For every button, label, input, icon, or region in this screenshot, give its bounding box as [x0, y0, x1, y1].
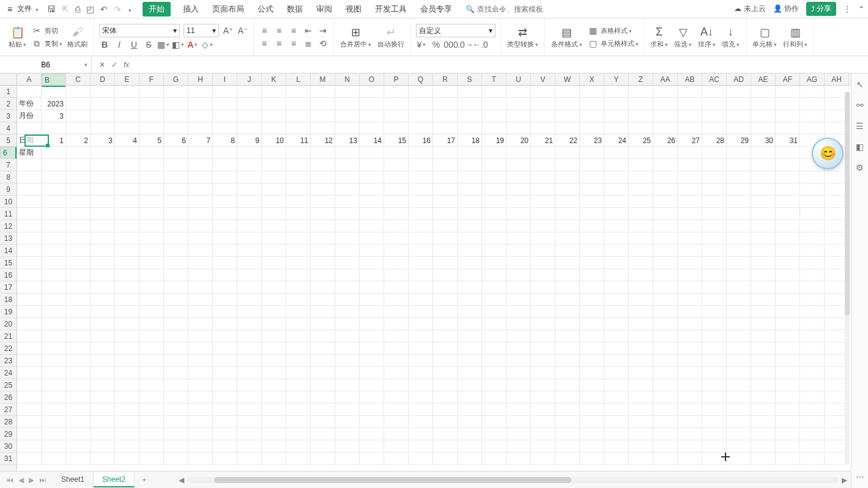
cell-H25[interactable] — [188, 379, 213, 391]
col-header-B[interactable]: B — [42, 73, 66, 87]
cell-F3[interactable] — [139, 110, 164, 122]
cell-AB28[interactable] — [678, 416, 702, 428]
qat-more-icon[interactable] — [127, 4, 132, 14]
cell-R11[interactable] — [433, 208, 458, 220]
cell-Y28[interactable] — [604, 416, 629, 428]
settings-icon[interactable]: ⚙ — [856, 163, 864, 172]
cell-Z16[interactable] — [629, 269, 653, 281]
cell-V13[interactable] — [531, 232, 555, 245]
cell-G24[interactable] — [164, 367, 188, 379]
decrease-font-icon[interactable]: A⁻ — [237, 25, 248, 36]
cell-E23[interactable] — [115, 355, 139, 367]
cell-M28[interactable] — [311, 416, 335, 428]
cell-I3[interactable] — [213, 110, 237, 122]
cell-K24[interactable] — [262, 367, 286, 379]
cell-G18[interactable] — [164, 294, 188, 306]
table-style-button[interactable]: ▦表格样式 — [587, 25, 639, 36]
cell-E27[interactable] — [115, 404, 139, 416]
cell-style-button[interactable]: ▢单元格样式 — [587, 38, 639, 49]
horizontal-scrollbar[interactable]: ◀ ▶ — [179, 476, 851, 484]
cell-P4[interactable] — [384, 122, 409, 135]
cell-K28[interactable] — [262, 416, 286, 428]
cell-T25[interactable] — [482, 379, 506, 391]
cell-AE28[interactable] — [751, 416, 776, 428]
cell-U30[interactable] — [506, 440, 531, 453]
col-header-N[interactable]: N — [335, 73, 360, 85]
cell-H10[interactable] — [188, 196, 213, 208]
cell-Z10[interactable] — [629, 196, 653, 208]
cell-L30[interactable] — [286, 440, 311, 453]
cell-N24[interactable] — [335, 367, 360, 379]
cell-O26[interactable] — [360, 391, 384, 404]
cell-E17[interactable] — [115, 281, 139, 294]
cell-J16[interactable] — [237, 269, 262, 281]
cell-AF28[interactable] — [776, 416, 800, 428]
align-left-icon[interactable]: ≡ — [259, 38, 270, 49]
cell-X11[interactable] — [580, 208, 604, 220]
cell-F29[interactable] — [139, 428, 164, 440]
cell-H27[interactable] — [188, 404, 213, 416]
cell-S1[interactable] — [458, 86, 482, 98]
cell-N2[interactable] — [335, 98, 360, 110]
file-menu[interactable]: 文件 — [4, 2, 42, 15]
cut-button[interactable]: ✂剪切 — [31, 25, 62, 36]
cell-AA13[interactable] — [653, 232, 678, 245]
save-icon[interactable]: 🖫 — [47, 4, 56, 14]
cell-S15[interactable] — [458, 257, 482, 269]
cell-T19[interactable] — [482, 306, 506, 318]
cell-D1[interactable] — [91, 86, 115, 98]
cell-J17[interactable] — [237, 281, 262, 294]
cell-W16[interactable] — [555, 269, 580, 281]
cell-G19[interactable] — [164, 306, 188, 318]
cell-AD16[interactable] — [727, 269, 751, 281]
cell-AA26[interactable] — [653, 391, 678, 404]
cell-S17[interactable] — [458, 281, 482, 294]
cell-M2[interactable] — [311, 98, 335, 110]
cell-E22[interactable] — [115, 342, 139, 355]
cell-E16[interactable] — [115, 269, 139, 281]
cell-Z15[interactable] — [629, 257, 653, 269]
cell-AA16[interactable] — [653, 269, 678, 281]
cell-V30[interactable] — [531, 440, 555, 453]
col-header-G[interactable]: G — [164, 73, 188, 85]
cell-AB13[interactable] — [678, 232, 702, 245]
cell-E26[interactable] — [115, 391, 139, 404]
cell-AD7[interactable] — [727, 159, 751, 171]
ribbon-tab-3[interactable]: 公式 — [256, 1, 275, 17]
cell-P1[interactable] — [384, 86, 409, 98]
cell-N26[interactable] — [335, 391, 360, 404]
cell-T1[interactable] — [482, 86, 506, 98]
cell-V8[interactable] — [531, 171, 555, 183]
cell-N28[interactable] — [335, 416, 360, 428]
cell-N15[interactable] — [335, 257, 360, 269]
cell-C24[interactable] — [66, 367, 91, 379]
cell-I25[interactable] — [213, 379, 237, 391]
cell-AE14[interactable] — [751, 245, 776, 257]
cell-AF4[interactable] — [776, 122, 800, 135]
cell-J2[interactable] — [237, 98, 262, 110]
cell-B2[interactable]: 2023 — [42, 98, 66, 110]
cell-S7[interactable] — [458, 159, 482, 171]
cell-V5[interactable]: 21 — [531, 135, 555, 147]
cell-M5[interactable]: 12 — [311, 135, 335, 147]
scroll-right-icon[interactable]: ▶ — [842, 476, 847, 484]
cell-H12[interactable] — [188, 220, 213, 232]
cell-O8[interactable] — [360, 171, 384, 183]
align-bot-icon[interactable]: ≡ — [288, 25, 299, 36]
cell-S8[interactable] — [458, 171, 482, 183]
cell-O2[interactable] — [360, 98, 384, 110]
cell-AD25[interactable] — [727, 379, 751, 391]
cell-R19[interactable] — [433, 306, 458, 318]
cell-AB1[interactable] — [678, 86, 702, 98]
cell-J28[interactable] — [237, 416, 262, 428]
cell-A5[interactable]: 日期 — [17, 135, 42, 147]
cell-AB10[interactable] — [678, 196, 702, 208]
cell-H7[interactable] — [188, 159, 213, 171]
cell-Y23[interactable] — [604, 355, 629, 367]
cell-K6[interactable] — [262, 147, 286, 159]
cell-X23[interactable] — [580, 355, 604, 367]
cell-R1[interactable] — [433, 86, 458, 98]
cell-P6[interactable] — [384, 147, 409, 159]
cell-P15[interactable] — [384, 257, 409, 269]
cell-S11[interactable] — [458, 208, 482, 220]
